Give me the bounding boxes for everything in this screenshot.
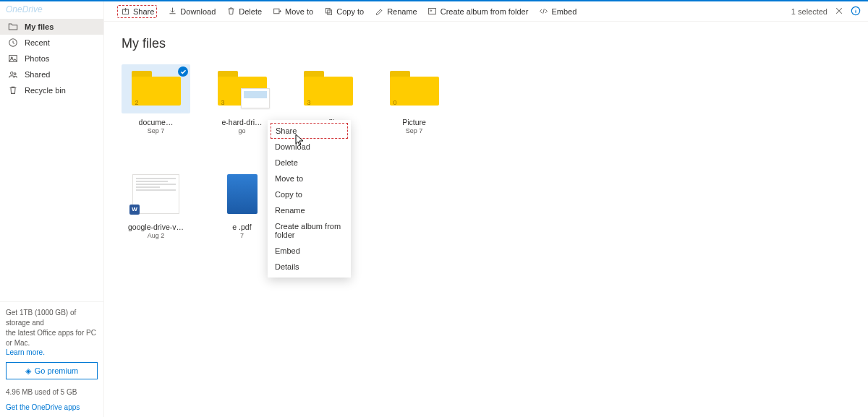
storage-usage: 4.96 MB used of 5 GB [6, 388, 98, 396]
folder-count: 2 [135, 99, 139, 106]
ctx-moveto[interactable]: Move to [268, 171, 351, 186]
info-button[interactable] [851, 6, 861, 17]
folder-count: 0 [393, 99, 397, 106]
download-icon [167, 7, 177, 17]
toolbar-copyto-button[interactable]: Copy to [323, 7, 364, 17]
file-tile[interactable]: e .pdf 7 [208, 169, 276, 239]
sidebar-item-shared[interactable]: Shared [0, 66, 103, 82]
album-icon [427, 7, 438, 17]
toolbar-label: Rename [387, 7, 417, 16]
tile-name: google-drive-v… [122, 223, 190, 231]
ctx-delete[interactable]: Delete [268, 155, 351, 171]
tile-date: 7 [208, 232, 276, 239]
tile-name: e-hard-dri… [208, 118, 276, 126]
moveto-icon [272, 7, 282, 17]
toolbar-label: Embed [551, 7, 576, 16]
sidebar-item-label: Recycle bin [25, 86, 66, 95]
copyto-icon [323, 7, 333, 17]
thumb: 3 [294, 64, 362, 113]
ctx-copyto[interactable]: Copy to [268, 186, 351, 202]
delete-icon [226, 7, 236, 17]
get-apps-link[interactable]: Get the OneDrive apps [6, 403, 98, 411]
toolbar-share-button[interactable]: Share [117, 5, 157, 18]
folder-tile[interactable]: 3 e-hard-dri… go [208, 64, 276, 134]
ctx-download[interactable]: Download [268, 139, 351, 155]
svg-rect-9 [429, 8, 436, 14]
clock-icon [7, 37, 19, 48]
tile-name: Picture [380, 118, 448, 126]
svg-point-10 [430, 10, 432, 12]
rename-icon [374, 7, 384, 17]
sidebar-item-label: My files [25, 22, 54, 31]
ctx-embed[interactable]: Embed [268, 243, 351, 259]
thumb [208, 169, 276, 218]
share-icon [120, 7, 130, 17]
toolbar-actions: Share Download Delete Move to Copy to [117, 5, 576, 18]
app-logo: OneDrive [0, 1, 103, 19]
tile-name: e .pdf [208, 223, 276, 231]
toolbar-embed-button[interactable]: Embed [538, 7, 576, 17]
sidebar-item-label: Photos [25, 54, 49, 63]
storage-promo-line2: the latest Office apps for PC or Mac. [6, 328, 98, 348]
ctx-share[interactable]: Share [271, 123, 348, 139]
storage-promo-line1: Get 1TB (1000 GB) of storage and [6, 308, 98, 328]
toolbar-label: Copy to [336, 7, 364, 16]
toolbar-download-button[interactable]: Download [167, 7, 216, 17]
file-grid: 2 docume… Sep 7 3 e-hard-d [122, 64, 851, 239]
toolbar-moveto-button[interactable]: Move to [272, 7, 313, 17]
ctx-details[interactable]: Details [268, 259, 351, 275]
folder-tile[interactable]: 2 docume… Sep 7 [122, 64, 190, 134]
thumb: 2 [122, 64, 190, 113]
tile-date: Aug 2 [122, 232, 190, 239]
sidebar-storage-panel: Get 1TB (1000 GB) of storage and the lat… [0, 301, 103, 417]
sidebar-item-photos[interactable]: Photos [0, 51, 103, 66]
thumb: 3 [208, 64, 276, 113]
toolbar-delete-button[interactable]: Delete [226, 7, 262, 17]
toolbar-label: Download [180, 7, 216, 16]
sidebar-item-my-files[interactable]: My files [0, 19, 103, 35]
clear-selection-button[interactable] [835, 7, 843, 17]
folder-count: 3 [221, 99, 225, 106]
folder-tile[interactable]: 0 Picture Sep 7 [380, 64, 448, 134]
tile-date: go [208, 127, 276, 134]
toolbar-right: 1 selected [791, 6, 861, 17]
sidebar-item-label: Shared [25, 70, 50, 79]
tile-name: docume… [122, 118, 190, 126]
toolbar-rename-button[interactable]: Rename [374, 7, 417, 17]
diamond-icon: ◈ [25, 366, 31, 376]
photo-icon [7, 53, 19, 64]
people-icon [7, 69, 19, 80]
folder-icon [7, 21, 19, 33]
thumb: 0 [380, 64, 448, 113]
ctx-rename[interactable]: Rename [268, 202, 351, 218]
embed-icon [538, 7, 548, 17]
page-title: My files [122, 36, 851, 51]
thumb: W [122, 169, 190, 218]
toolbar-label: Create album from folder [441, 7, 529, 16]
sidebar-item-recent[interactable]: Recent [0, 35, 103, 51]
folder-count: 3 [307, 99, 311, 106]
svg-point-4 [14, 73, 16, 75]
app-root: OneDrive My files Recent Photos Shared R… [0, 1, 868, 417]
svg-rect-1 [9, 56, 17, 62]
tile-date: Sep 7 [380, 127, 448, 134]
go-premium-label: Go premium [35, 366, 79, 375]
toolbar-create-album-button[interactable]: Create album from folder [427, 7, 529, 17]
main: Share Download Delete Move to Copy to [104, 1, 868, 417]
file-tile[interactable]: W google-drive-v… Aug 2 [122, 169, 190, 239]
toolbar: Share Download Delete Move to Copy to [104, 1, 868, 22]
word-badge-icon: W [129, 205, 140, 215]
go-premium-button[interactable]: ◈ Go premium [6, 362, 98, 379]
toolbar-label: Move to [285, 7, 313, 16]
context-menu: Share Download Delete Move to Copy to Re… [268, 120, 351, 278]
sidebar-item-recycle[interactable]: Recycle bin [0, 82, 103, 98]
svg-rect-6 [273, 9, 278, 14]
sidebar-item-label: Recent [25, 38, 50, 47]
trash-icon [7, 85, 19, 96]
ctx-create-album[interactable]: Create album from folder [268, 218, 351, 243]
toolbar-label: Delete [239, 7, 262, 16]
learn-more-link[interactable]: Learn more. [6, 348, 98, 356]
toolbar-label: Share [133, 7, 154, 16]
sidebar: OneDrive My files Recent Photos Shared R… [0, 1, 104, 417]
selection-count: 1 selected [791, 7, 827, 16]
